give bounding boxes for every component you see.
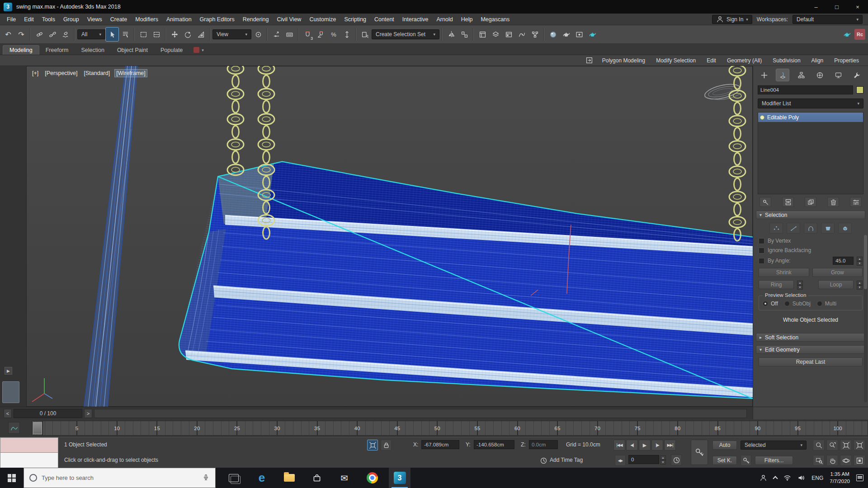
ribbon-tool[interactable]: Edit <box>702 57 721 64</box>
remove-modifier-icon[interactable] <box>827 197 839 207</box>
tab-modeling[interactable]: Modeling <box>3 45 39 55</box>
previous-frame-button[interactable]: ◀| <box>626 440 638 450</box>
activeshade-teapot-icon[interactable] <box>840 28 853 41</box>
modify-tab-icon[interactable] <box>776 69 789 81</box>
pan-hand-icon[interactable] <box>826 455 838 466</box>
ribbon-tool[interactable]: Subdivision <box>768 57 805 64</box>
preview-multi-radio[interactable] <box>817 301 822 306</box>
search-input[interactable] <box>42 474 198 481</box>
ribbon-toggle-icon[interactable] <box>502 28 515 41</box>
reference-coordinate-dropdown[interactable]: View▾ <box>212 29 251 39</box>
key-filters-icon[interactable] <box>741 455 751 466</box>
schematic-view-icon[interactable] <box>528 28 541 41</box>
y-coordinate-field[interactable] <box>474 440 514 449</box>
preview-subobj-radio[interactable] <box>784 301 790 306</box>
orbit-icon[interactable] <box>840 455 852 466</box>
by-angle-checkbox[interactable] <box>759 258 764 264</box>
shrink-button[interactable]: Shrink <box>759 268 809 277</box>
maxscript-mini-listener[interactable] <box>0 453 58 468</box>
z-coordinate-field[interactable] <box>529 440 558 449</box>
window-crossing-toggle-icon[interactable] <box>150 28 163 41</box>
undo-icon[interactable]: ↶ <box>2 28 14 41</box>
minimize-button[interactable]: – <box>806 0 826 14</box>
auto-key-button[interactable]: Auto <box>712 441 737 450</box>
keyboard-shortcut-override-icon[interactable] <box>283 28 296 41</box>
repeat-last-button[interactable]: Repeat Last <box>759 357 863 366</box>
modifier-stack[interactable]: Editable Poly <box>758 112 863 194</box>
language-indicator[interactable]: ENG <box>811 475 823 481</box>
zoom-extents-icon[interactable] <box>840 440 852 450</box>
align-icon[interactable] <box>458 28 471 41</box>
menu-item[interactable]: Edit <box>20 14 38 25</box>
menu-item[interactable]: Create <box>106 14 132 25</box>
menu-item[interactable]: Animation <box>162 14 196 25</box>
key-scope-dropdown[interactable]: Selected▾ <box>741 441 807 450</box>
edit-named-selection-sets-icon[interactable] <box>359 28 371 41</box>
viewport-menu-shading[interactable]: [Wireframe] <box>115 70 147 77</box>
expand-arrow-button[interactable]: ▶ <box>5 367 12 375</box>
menu-item[interactable]: Customize <box>305 14 340 25</box>
taskbar-clock[interactable]: 1:35 AM 7/7/2020 <box>830 471 850 485</box>
ribbon-tool[interactable]: Polygon Modeling <box>598 57 650 64</box>
zoom-all-icon[interactable] <box>826 440 838 450</box>
rectangular-selection-region-icon[interactable] <box>137 28 150 41</box>
border-subobject-icon[interactable] <box>804 223 817 234</box>
panel-scrollbar[interactable] <box>864 235 867 402</box>
next-frame-button[interactable]: |▶ <box>651 440 663 450</box>
use-pivot-center-icon[interactable] <box>252 28 264 41</box>
time-slider-handle[interactable] <box>33 422 42 434</box>
grow-button[interactable]: Grow <box>812 268 863 277</box>
menu-item[interactable]: Scripting <box>340 14 370 25</box>
mirror-icon[interactable] <box>445 28 458 41</box>
file-explorer-taskbar-icon[interactable] <box>278 468 300 488</box>
polygon-subobject-icon[interactable] <box>821 223 835 234</box>
store-taskbar-icon[interactable] <box>306 468 328 488</box>
rc-plugin-icon[interactable]: Rc <box>854 28 866 41</box>
tab-freeform[interactable]: Freeform <box>39 46 75 55</box>
pin-stack-icon[interactable] <box>760 197 771 207</box>
menu-item[interactable]: Interactive <box>398 14 433 25</box>
maxscript-mini-listener-macro[interactable] <box>0 437 58 453</box>
preview-off-radio[interactable] <box>763 301 768 306</box>
loop-spinner[interactable]: ▲▼ <box>857 281 863 289</box>
by-vertex-checkbox[interactable] <box>759 238 764 244</box>
ring-button[interactable]: Ring <box>759 280 794 289</box>
menu-item[interactable]: Views <box>83 14 106 25</box>
bind-to-space-warp-icon[interactable] <box>59 28 72 41</box>
perspective-viewport[interactable]: [+] [Perspective] [Standard] [Wireframe] <box>26 66 753 407</box>
frame-spinner[interactable]: ▲▼ <box>660 455 666 464</box>
curve-editor-icon[interactable] <box>515 28 528 41</box>
tab-populate[interactable]: Populate <box>154 46 189 55</box>
make-unique-icon[interactable] <box>805 197 816 207</box>
selection-rollout-header[interactable]: ▾ Selection <box>756 211 865 219</box>
motion-tab-icon[interactable] <box>814 69 826 81</box>
menu-item[interactable]: File <box>3 14 20 25</box>
select-and-link-icon[interactable] <box>33 28 46 41</box>
sign-in-button[interactable]: Sign In ▾ <box>712 15 752 24</box>
key-filters-button[interactable]: Filters... <box>755 456 793 465</box>
spinner-snap-icon[interactable] <box>340 28 353 41</box>
previous-frame-button[interactable]: < <box>4 409 12 418</box>
next-frame-button[interactable]: > <box>84 409 92 418</box>
menu-item[interactable]: Content <box>370 14 398 25</box>
loop-button[interactable]: Loop <box>818 280 854 289</box>
menu-item[interactable]: Help <box>457 14 477 25</box>
angle-snap-icon[interactable] <box>314 28 327 41</box>
redo-icon[interactable]: ↷ <box>15 28 28 41</box>
modifier-list-dropdown[interactable]: Modifier List ▾ <box>758 99 863 108</box>
ring-object[interactable] <box>703 81 741 102</box>
configure-modifier-sets-icon[interactable] <box>850 197 862 207</box>
menu-item[interactable]: Modifiers <box>131 14 162 25</box>
create-tab-icon[interactable] <box>758 69 770 81</box>
set-keys-button[interactable] <box>691 440 708 465</box>
start-button[interactable] <box>0 468 24 488</box>
unlink-selection-icon[interactable] <box>46 28 59 41</box>
menu-item[interactable]: Rendering <box>239 14 273 25</box>
viewport-canvas[interactable] <box>26 66 753 407</box>
layer-explorer-icon[interactable] <box>489 28 502 41</box>
menu-item[interactable]: Civil View <box>273 14 305 25</box>
ribbon-tool[interactable]: Geometry (All) <box>722 57 766 64</box>
viewport-menu-pov[interactable]: [Perspective] <box>43 70 79 77</box>
transform-typein-toggle-icon[interactable] <box>367 440 378 450</box>
hierarchy-tab-icon[interactable] <box>795 69 807 81</box>
